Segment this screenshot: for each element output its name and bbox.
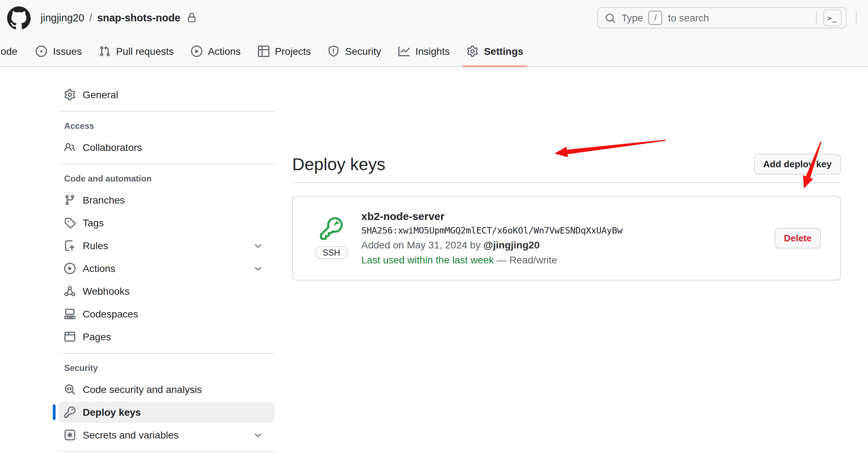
sidebar-item-codespaces[interactable]: Codespaces [58,303,274,325]
sidebar-item-tags[interactable]: Tags [58,212,274,234]
tab-security[interactable]: Security [322,36,387,66]
header-divider [856,11,857,25]
sidebar-item-rules[interactable]: Rules [58,235,274,256]
sidebar-divider [58,451,274,452]
tab-issues[interactable]: Issues [30,36,88,66]
key-icon-column: SSH [304,217,358,259]
search-icon [605,12,616,23]
tab-projects[interactable]: Projects [252,36,316,66]
chevron-down-icon [253,241,263,251]
table-icon [258,45,269,57]
tab-actions[interactable]: Actions [185,36,247,66]
github-logo-icon[interactable] [7,6,31,30]
browser-icon [64,331,76,342]
key-access-level: Read/write [510,254,557,266]
key-dash: — [497,254,507,266]
deploy-keys-panel: Deploy keys Add deploy key SSH xb2-node-… [292,152,841,280]
tag-icon [64,217,76,229]
gear-icon [64,89,76,100]
slash-keycap: / [649,11,662,25]
issue-opened-icon [36,45,47,57]
people-icon [64,142,76,153]
sidebar-divider [58,164,274,164]
deploy-key-icon [320,217,343,240]
page-title: Deploy keys [292,152,385,176]
settings-sidebar: General Access Collaborators Code and au… [58,84,274,458]
deploy-key-card: SSH xb2-node-server SHA256:xwiMO5UpmMGQ2… [292,196,841,280]
chevron-down-icon [253,430,263,440]
key-fingerprint: SHA256:xwiMO5UpmMGQ2mlECT/x6oKOl/Wn7VwES… [361,224,775,238]
header: jingjing20 / snap-shots-node Type / to s… [0,0,868,36]
play-icon [64,263,76,274]
graph-icon [398,45,410,57]
repo-nav: ode Issues Pull requests Actions Project… [0,36,868,67]
sidebar-item-actions[interactable]: Actions [58,258,274,279]
sidebar-item-secrets-variables[interactable]: Secrets and variables [58,424,274,446]
sidebar-section-security: Security [58,362,274,374]
gear-icon [467,45,478,57]
key-details: xb2-node-server SHA256:xwiMO5UpmMGQ2mlEC… [358,209,775,268]
key-actions: Delete [775,228,821,248]
breadcrumb-separator: / [89,12,92,23]
sidebar-item-deploy-keys[interactable]: Deploy keys [58,402,274,423]
play-icon [191,45,202,57]
sidebar-item-collaborators[interactable]: Collaborators [58,137,274,158]
delete-key-button[interactable]: Delete [775,228,821,248]
search-right-group: >_ [816,11,842,25]
key-name: xb2-node-server [361,209,775,224]
sidebar-item-general[interactable]: General [58,84,274,105]
key-asterisk-icon [64,429,76,441]
shield-icon [328,45,340,57]
subhead: Deploy keys Add deploy key [292,152,841,183]
command-palette-icon[interactable]: >_ [823,9,842,26]
search-placeholder-before: Type [621,12,643,23]
sidebar-divider [58,353,274,354]
git-branch-icon [64,194,76,206]
sidebar-item-branches[interactable]: Branches [58,189,274,211]
key-added-by-link[interactable]: @jingjing20 [483,239,539,251]
tab-pull-requests[interactable]: Pull requests [93,36,180,66]
git-pull-request-icon [99,45,110,57]
sidebar-item-webhooks[interactable]: Webhooks [58,280,274,302]
breadcrumb: jingjing20 / snap-shots-node [41,12,197,23]
rules-icon [64,240,76,251]
key-icon [64,406,76,418]
breadcrumb-owner-link[interactable]: jingjing20 [41,12,84,23]
key-added-line: Added on May 31, 2024 by @jingjing20 [361,238,775,253]
sidebar-item-pages[interactable]: Pages [58,326,274,347]
webhook-icon [64,285,76,297]
page-content: General Access Collaborators Code and au… [0,67,868,467]
private-lock-icon [187,13,197,23]
search-placeholder-after: to search [668,12,709,23]
tab-insights[interactable]: Insights [393,36,456,66]
breadcrumb-repo-link[interactable]: snap-shots-node [97,12,181,23]
tab-code[interactable]: ode [0,36,23,66]
codespaces-icon [64,308,76,320]
search-input[interactable]: Type / to search >_ [597,7,847,28]
sidebar-item-code-security[interactable]: Code security and analysis [58,379,274,400]
sidebar-divider [58,111,274,112]
chevron-down-icon [253,263,263,273]
key-last-used-line: Last used within the last week — Read/wr… [361,253,775,268]
sidebar-section-access: Access [58,120,274,132]
add-deploy-key-button[interactable]: Add deploy key [754,154,841,174]
tab-settings[interactable]: Settings [461,36,529,66]
key-last-used: Last used within the last week [361,254,494,266]
ssh-type-badge: SSH [315,246,348,259]
code-scan-icon [64,384,76,395]
sidebar-section-code-automation: Code and automation [58,172,274,185]
